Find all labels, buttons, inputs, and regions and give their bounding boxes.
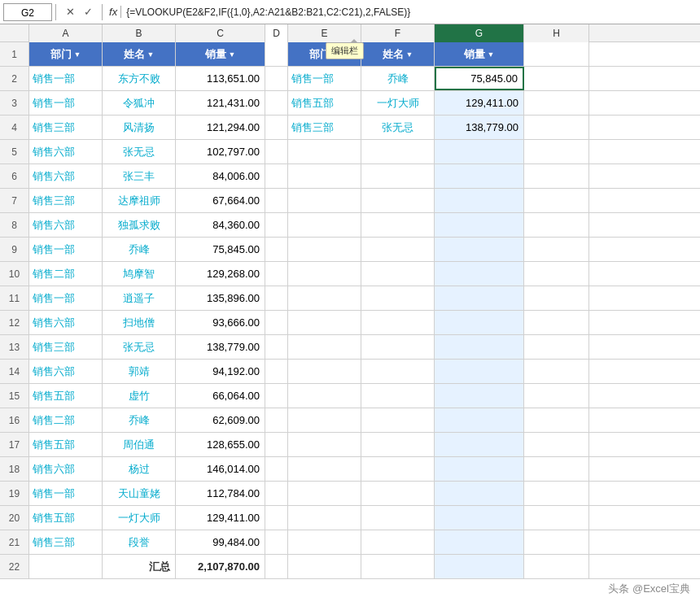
dropdown-arrow-name[interactable]: ▼ (147, 50, 155, 59)
cell-18-B[interactable]: 杨过 (103, 457, 176, 481)
cell-19-E[interactable] (288, 482, 361, 505)
cell-7-F[interactable] (361, 189, 435, 212)
col-header-G[interactable]: G (435, 24, 524, 42)
cell-14-G[interactable] (435, 360, 524, 383)
cell-18-F[interactable] (361, 457, 435, 481)
cell-19-A[interactable]: 销售一部 (29, 482, 103, 505)
cell-17-F[interactable] (361, 433, 435, 456)
cell-21-C[interactable]: 99,484.00 (176, 530, 265, 554)
cell-4-F[interactable]: 张无忌 (361, 116, 435, 139)
cell-16-E[interactable] (288, 408, 361, 432)
cell-10-G[interactable] (435, 262, 524, 286)
cell-2-G[interactable]: 75,845.00 (435, 67, 524, 90)
cell-15-G[interactable] (435, 384, 524, 408)
cell-13-E[interactable] (288, 335, 361, 359)
cell-reference-box[interactable]: G2 (3, 3, 52, 21)
cell-7-C[interactable]: 67,664.00 (176, 189, 265, 212)
cell-6-E[interactable] (288, 164, 361, 188)
cell-17-C[interactable]: 128,655.00 (176, 433, 265, 456)
cell-20-C[interactable]: 129,411.00 (176, 506, 265, 530)
dropdown-arrow-dept[interactable]: ▼ (74, 50, 81, 59)
cell-3-G[interactable]: 129,411.00 (435, 91, 524, 115)
header-cell-dept[interactable]: 部门 ▼ (29, 42, 103, 66)
header-cell-name2[interactable]: 姓名 ▼ (361, 42, 435, 66)
cell-5-B[interactable]: 张无忌 (103, 140, 176, 163)
cell-18-A[interactable]: 销售六部 (29, 457, 103, 481)
cell-13-B[interactable]: 张无忌 (103, 335, 176, 359)
cell-2-B[interactable]: 东方不败 (103, 67, 176, 90)
cell-17-E[interactable] (288, 433, 361, 456)
cell-6-B[interactable]: 张三丰 (103, 164, 176, 188)
cell-8-A[interactable]: 销售六部 (29, 213, 103, 237)
cell-2-A[interactable]: 销售一部 (29, 67, 103, 90)
cell-10-C[interactable]: 129,268.00 (176, 262, 265, 286)
cell-10-A[interactable]: 销售二部 (29, 262, 103, 286)
cell-10-B[interactable]: 鸠摩智 (103, 262, 176, 286)
cell-16-B[interactable]: 乔峰 (103, 408, 176, 432)
cell-12-E[interactable] (288, 311, 361, 334)
cell-15-C[interactable]: 66,064.00 (176, 384, 265, 408)
cell-8-B[interactable]: 独孤求败 (103, 213, 176, 237)
cell-11-A[interactable]: 销售一部 (29, 286, 103, 310)
cell-6-A[interactable]: 销售六部 (29, 164, 103, 188)
cell-14-F[interactable] (361, 360, 435, 383)
cell-15-A[interactable]: 销售五部 (29, 384, 103, 408)
cell-19-F[interactable] (361, 482, 435, 505)
col-header-H[interactable]: H (524, 24, 589, 42)
cell-14-B[interactable]: 郭靖 (103, 360, 176, 383)
cell-8-F[interactable] (361, 213, 435, 237)
cell-8-E[interactable] (288, 213, 361, 237)
cell-13-G[interactable] (435, 335, 524, 359)
dropdown-arrow-sales2[interactable]: ▼ (488, 50, 495, 59)
cell-17-G[interactable] (435, 433, 524, 456)
col-header-C[interactable]: C (176, 24, 265, 42)
cell-7-G[interactable] (435, 189, 524, 212)
cell-11-F[interactable] (361, 286, 435, 310)
cell-7-B[interactable]: 达摩祖师 (103, 189, 176, 212)
cell-4-B[interactable]: 风清扬 (103, 116, 176, 139)
cell-12-G[interactable] (435, 311, 524, 334)
cell-12-A[interactable]: 销售六部 (29, 311, 103, 334)
cell-9-F[interactable] (361, 238, 435, 261)
cell-5-G[interactable] (435, 140, 524, 163)
cell-3-A[interactable]: 销售一部 (29, 91, 103, 115)
cell-9-A[interactable]: 销售一部 (29, 238, 103, 261)
cell-10-E[interactable] (288, 262, 361, 286)
cell-18-C[interactable]: 146,014.00 (176, 457, 265, 481)
cell-6-F[interactable] (361, 164, 435, 188)
cell-19-G[interactable] (435, 482, 524, 505)
confirm-icon[interactable]: ✓ (81, 5, 95, 20)
cell-4-G[interactable]: 138,779.00 (435, 116, 524, 139)
cell-14-C[interactable]: 94,192.00 (176, 360, 265, 383)
header-cell-sales[interactable]: 销量 ▼ (176, 42, 265, 66)
dropdown-arrow-name2[interactable]: ▼ (406, 50, 413, 59)
cell-21-E[interactable] (288, 530, 361, 554)
cell-15-B[interactable]: 虚竹 (103, 384, 176, 408)
cell-17-A[interactable]: 销售五部 (29, 433, 103, 456)
cell-8-G[interactable] (435, 213, 524, 237)
cell-16-G[interactable] (435, 408, 524, 432)
cell-18-G[interactable] (435, 457, 524, 481)
cell-5-F[interactable] (361, 140, 435, 163)
col-header-B[interactable]: B (103, 24, 176, 42)
cancel-icon[interactable]: ✕ (63, 5, 77, 20)
cell-20-F[interactable] (361, 506, 435, 530)
cell-9-C[interactable]: 75,845.00 (176, 238, 265, 261)
cell-15-F[interactable] (361, 384, 435, 408)
cell-20-E[interactable] (288, 506, 361, 530)
cell-2-F[interactable]: 乔峰 (361, 67, 435, 90)
cell-2-C[interactable]: 113,651.00 (176, 67, 265, 90)
cell-7-A[interactable]: 销售三部 (29, 189, 103, 212)
cell-12-F[interactable] (361, 311, 435, 334)
cell-20-B[interactable]: 一灯大师 (103, 506, 176, 530)
cell-11-G[interactable] (435, 286, 524, 310)
cell-16-A[interactable]: 销售二部 (29, 408, 103, 432)
cell-13-F[interactable] (361, 335, 435, 359)
cell-5-C[interactable]: 102,797.00 (176, 140, 265, 163)
cell-20-A[interactable]: 销售五部 (29, 506, 103, 530)
cell-9-E[interactable] (288, 238, 361, 261)
col-header-D[interactable]: D (265, 24, 288, 42)
cell-12-B[interactable]: 扫地僧 (103, 311, 176, 334)
cell-15-E[interactable] (288, 384, 361, 408)
cell-4-A[interactable]: 销售三部 (29, 116, 103, 139)
